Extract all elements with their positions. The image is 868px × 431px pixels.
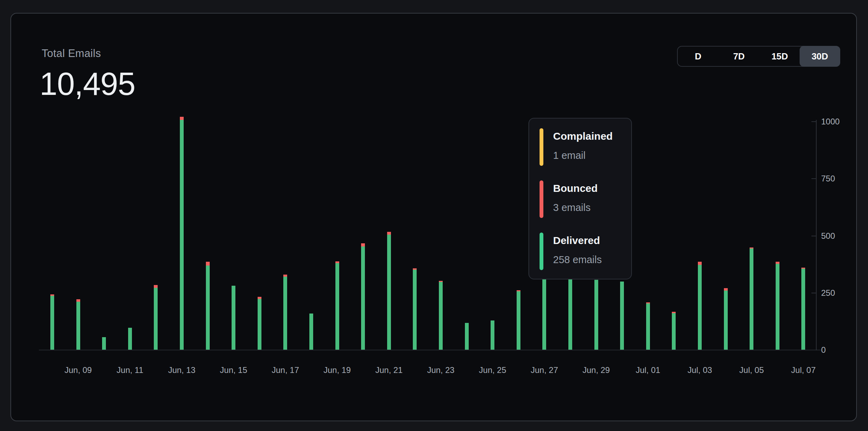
x-axis-label: Jun, 09: [65, 365, 92, 375]
tooltip-label: Complained: [553, 130, 613, 142]
y-axis-label: 250: [821, 288, 835, 298]
delivered-segment: [206, 266, 210, 350]
y-axis-label: 1000: [821, 117, 840, 127]
delivered-segment: [646, 303, 650, 350]
y-axis-tick: [811, 293, 816, 293]
bar-jun-22[interactable]: [413, 268, 417, 350]
emails-bar-chart: 02505007501000 Jun, 09Jun, 11Jun, 13Jun,…: [11, 14, 856, 421]
delivered-segment: [465, 323, 469, 350]
x-axis-label: Jun, 17: [272, 365, 299, 375]
tooltip-value: 258 emails: [553, 254, 602, 265]
y-axis-tick: [811, 178, 816, 179]
bar-jun-23[interactable]: [439, 281, 443, 350]
x-axis-label: Jul, 07: [791, 365, 816, 375]
bounced-segment: [698, 262, 702, 265]
bar-jun-27[interactable]: [542, 275, 546, 350]
tooltip-item-complained: Complained1 email: [540, 128, 613, 166]
bar-jun-21[interactable]: [387, 232, 391, 350]
bar-jun-25[interactable]: [491, 320, 494, 350]
tooltip-value: 3 emails: [553, 202, 598, 213]
x-axis-label: Jun, 15: [220, 365, 247, 375]
bar-jun-30[interactable]: [620, 282, 624, 350]
delivered-segment: [283, 277, 287, 350]
delivered-segment: [309, 314, 313, 350]
x-axis-label: Jul, 01: [636, 365, 660, 375]
x-axis-label: Jun, 19: [324, 365, 351, 375]
bar-jun-24[interactable]: [465, 323, 469, 350]
delivered-segment: [620, 282, 624, 350]
bounced-segment: [387, 232, 391, 235]
delivered-segment: [361, 246, 365, 350]
x-axis-label: Jun, 25: [479, 365, 506, 375]
bar-jun-14[interactable]: [206, 262, 210, 350]
bar-jun-29[interactable]: [594, 280, 598, 350]
bar-jun-15[interactable]: [232, 286, 235, 350]
bar-jun-13[interactable]: [180, 117, 184, 350]
complained-swatch: [540, 128, 543, 166]
bar-jul-05[interactable]: [750, 247, 753, 350]
y-axis-label: 0: [821, 345, 826, 355]
delivered-segment: [724, 291, 728, 350]
bar-jun-28[interactable]: [568, 277, 572, 350]
bar-jul-07[interactable]: [801, 268, 805, 350]
bar-jul-06[interactable]: [776, 262, 779, 350]
delivered-segment: [594, 280, 598, 350]
delivered-segment: [413, 270, 417, 350]
y-axis-tick: [811, 121, 816, 122]
bar-jun-09[interactable]: [76, 299, 80, 350]
chart-tooltip: Complained1 emailBounced3 emailsDelivere…: [528, 118, 632, 279]
x-axis-label: Jun, 21: [375, 365, 403, 375]
bar-jun-10[interactable]: [102, 337, 106, 350]
delivered-segment: [154, 288, 158, 350]
tooltip-label: Bounced: [553, 182, 598, 194]
delivered-segment: [491, 320, 494, 350]
total-emails-card: Total Emails 10,495 D7D15D30D 0250500750…: [10, 13, 857, 421]
bar-jun-12[interactable]: [154, 285, 158, 350]
y-axis-tick: [811, 236, 816, 236]
x-axis-label: Jun, 23: [427, 365, 454, 375]
y-axis-label: 500: [821, 231, 835, 241]
bar-jul-01[interactable]: [646, 302, 650, 350]
tooltip-value: 1 email: [553, 150, 613, 161]
bounced-segment: [361, 243, 365, 247]
delivered-segment: [750, 249, 753, 350]
bar-jul-02[interactable]: [672, 312, 676, 350]
delivered-segment: [698, 265, 702, 350]
delivered-segment: [517, 291, 520, 350]
delivered-segment: [258, 299, 261, 350]
delivered-segment: [439, 282, 443, 350]
tooltip-item-delivered: Delivered258 emails: [540, 233, 602, 270]
bar-jun-11[interactable]: [128, 328, 132, 350]
tooltip-item-bounced: Bounced3 emails: [540, 180, 598, 218]
bar-jun-19[interactable]: [335, 261, 339, 350]
y-axis-label: 750: [821, 174, 835, 184]
x-axis-label: Jun, 29: [583, 365, 610, 375]
bar-jun-17[interactable]: [283, 275, 287, 350]
delivered-segment: [568, 277, 572, 350]
delivered-segment: [180, 120, 184, 350]
delivered-segment: [50, 296, 54, 350]
bar-jun-26[interactable]: [517, 290, 520, 350]
delivered-segment: [76, 302, 80, 350]
bar-jun-16[interactable]: [258, 297, 261, 350]
delivered-segment: [128, 328, 132, 350]
x-axis-label: Jul, 03: [687, 365, 712, 375]
delivered-segment: [335, 263, 339, 350]
bounced-segment: [206, 262, 210, 266]
delivered-segment: [232, 286, 235, 350]
bar-jun-18[interactable]: [309, 314, 313, 350]
x-axis-line: [39, 350, 821, 350]
delivered-segment: [672, 313, 676, 350]
x-axis-label: Jun, 27: [531, 365, 558, 375]
bar-jul-04[interactable]: [724, 288, 728, 350]
y-axis-line: [816, 120, 817, 350]
delivered-segment: [102, 337, 106, 350]
bounced-swatch: [540, 180, 543, 218]
bounced-segment: [154, 285, 158, 288]
bar-jul-03[interactable]: [698, 262, 702, 350]
tooltip-label: Delivered: [553, 235, 602, 246]
bar-jun-08[interactable]: [50, 294, 54, 350]
x-axis-label: Jun, 11: [117, 365, 143, 375]
bar-jun-20[interactable]: [361, 243, 365, 350]
x-axis-label: Jul, 05: [739, 365, 764, 375]
